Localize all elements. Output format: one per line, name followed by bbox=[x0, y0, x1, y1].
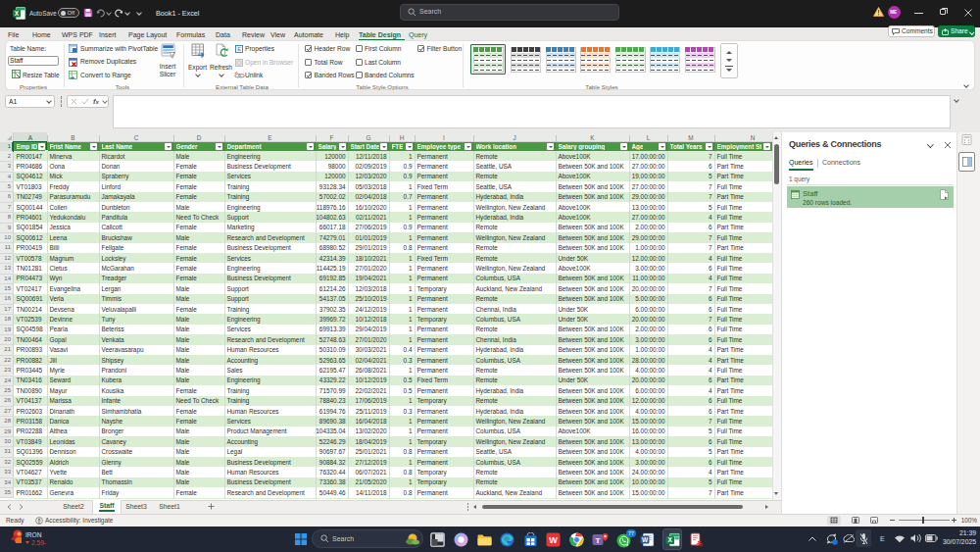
svg-text:T: T bbox=[596, 536, 601, 545]
svg-text:X: X bbox=[15, 10, 20, 17]
svg-text:X: X bbox=[668, 536, 673, 543]
svg-text:E: E bbox=[237, 46, 241, 52]
svg-text:W: W bbox=[642, 536, 649, 543]
svg-text:W: W bbox=[549, 535, 558, 545]
